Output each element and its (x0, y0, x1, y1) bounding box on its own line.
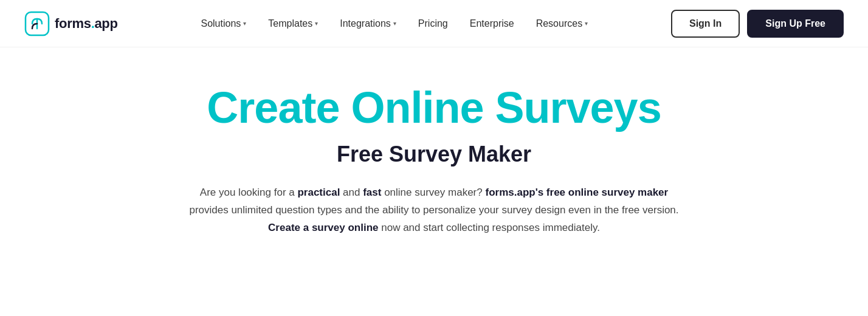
nav-pricing[interactable]: Pricing (408, 13, 458, 34)
main-nav: Solutions ▾ Templates ▾ Integrations ▾ P… (182, 13, 607, 34)
logo[interactable]: forms.app (24, 11, 118, 36)
nav-enterprise[interactable]: Enterprise (460, 13, 524, 34)
nav-solutions[interactable]: Solutions ▾ (191, 13, 256, 34)
chevron-down-icon: ▾ (243, 20, 246, 27)
hero-section: Create Online Surveys Free Survey Maker … (0, 47, 868, 261)
chevron-down-icon: ▾ (393, 20, 396, 27)
chevron-down-icon: ▾ (585, 20, 588, 27)
nav-templates[interactable]: Templates ▾ (258, 13, 328, 34)
hero-description: Are you looking for a practical and fast… (185, 184, 683, 237)
site-header: forms.app Solutions ▾ Templates ▾ Integr… (0, 0, 868, 47)
hero-subtitle: Free Survey Maker (337, 142, 531, 167)
logo-text: forms.app (55, 16, 118, 32)
hero-title: Create Online Surveys (207, 84, 661, 132)
logo-icon (24, 11, 50, 36)
signin-button[interactable]: Sign In (671, 10, 740, 38)
header-actions: Sign In Sign Up Free (671, 10, 844, 38)
signup-button[interactable]: Sign Up Free (747, 10, 844, 38)
nav-resources[interactable]: Resources ▾ (526, 13, 598, 34)
chevron-down-icon: ▾ (315, 20, 318, 27)
nav-integrations[interactable]: Integrations ▾ (330, 13, 406, 34)
